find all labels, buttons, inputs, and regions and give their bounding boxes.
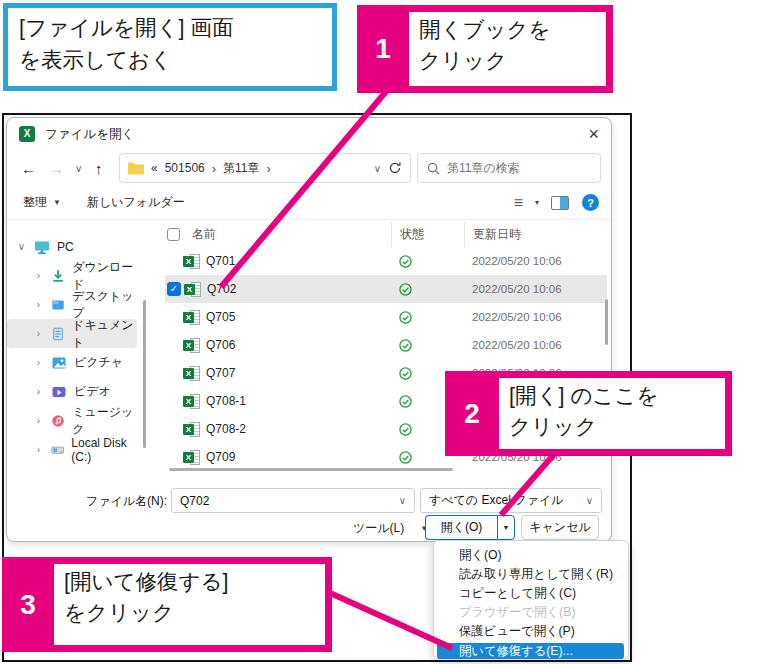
desktop-icon — [51, 297, 65, 313]
cancel-button[interactable]: キャンセル — [521, 515, 599, 540]
breadcrumb-folder-501506[interactable]: 501506 — [165, 161, 205, 175]
column-header-modified[interactable]: 更新日時 — [464, 222, 607, 247]
excel-file-icon: X — [183, 394, 200, 409]
videos-icon — [51, 384, 67, 400]
step2-callout: 2 [開く] のここを クリック — [445, 371, 732, 456]
intro-line-2: を表示しておく — [19, 44, 321, 76]
pc-icon — [34, 239, 50, 255]
chevron-right-icon[interactable]: › — [33, 357, 44, 368]
file-row-selected[interactable]: ✓ X Q702 2022/05/20 10:06 — [165, 275, 607, 303]
nav-history-chevron-icon[interactable]: ∨ — [75, 150, 82, 186]
step3-text: [開いて修復する] をクリック — [54, 564, 325, 645]
filename-label: ファイル名(N): — [7, 489, 167, 513]
open-split-button: 開く(O) ▼ — [425, 515, 515, 540]
breadcrumb-separator-icon: › — [267, 161, 271, 176]
menu-item-open-as-copy[interactable]: コピーとして開く(C) — [434, 584, 628, 603]
intro-callout: [ファイルを開く] 画面 を表示しておく — [3, 3, 337, 91]
chevron-right-icon[interactable]: › — [33, 444, 44, 455]
tools-button[interactable]: ツール(L) ▼ — [353, 516, 428, 540]
breadcrumb-overflow[interactable]: « — [151, 161, 158, 175]
refresh-icon[interactable] — [388, 161, 402, 175]
step3-number: 3 — [2, 557, 54, 652]
horizontal-scrollbar[interactable] — [169, 468, 453, 471]
filename-input[interactable] — [180, 494, 399, 508]
file-row[interactable]: X Q705 2022/05/20 10:06 — [165, 303, 607, 331]
chevron-right-icon[interactable]: › — [33, 328, 44, 339]
filetype-select[interactable]: すべての Excel ファイル ∨ — [420, 488, 602, 513]
step1-text: 開くブックを クリック — [409, 12, 606, 86]
command-toolbar: 整理 ▼ 新しいフォルダー ≡ ▾ ? — [7, 186, 611, 220]
breadcrumb[interactable]: « 501506 › 第11章 › ∨ — [119, 153, 411, 183]
preview-pane-icon[interactable] — [551, 186, 569, 219]
new-folder-button[interactable]: 新しいフォルダー — [87, 186, 185, 219]
search-input[interactable] — [447, 161, 577, 175]
dialog-title: ファイルを開く — [45, 126, 134, 143]
menu-item-open-readonly[interactable]: 読み取り専用として開く(R) — [434, 565, 628, 584]
step3-callout: 3 [開いて修復する] をクリック — [2, 557, 332, 652]
column-header-name[interactable]: 名前 — [165, 226, 391, 243]
up-icon[interactable]: ↑ — [95, 150, 103, 186]
menu-item-open[interactable]: 開く(O) — [434, 546, 628, 565]
excel-file-icon: X — [183, 338, 200, 353]
status-synced-icon — [399, 339, 412, 352]
close-icon[interactable]: × — [588, 125, 599, 143]
status-synced-icon — [399, 451, 412, 464]
sidebar-item-videos[interactable]: › ビデオ — [7, 377, 137, 406]
sidebar-scrollbar[interactable] — [143, 300, 146, 448]
open-dropdown-menu: 開く(O) 読み取り専用として開く(R) コピーとして開く(C) ブラウザーで開… — [433, 540, 629, 659]
chevron-right-icon[interactable]: › — [33, 386, 44, 397]
chevron-right-icon[interactable]: › — [33, 299, 44, 310]
excel-file-icon: X — [184, 282, 201, 297]
chevron-down-icon[interactable]: ∨ — [399, 495, 406, 506]
file-list-header: 名前 状態 更新日時 — [165, 222, 607, 247]
menu-item-open-and-repair[interactable]: 開いて修復する(E)... — [437, 643, 624, 659]
search-box[interactable] — [417, 153, 601, 183]
chevron-right-icon[interactable]: › — [33, 270, 44, 281]
column-header-status[interactable]: 状態 — [391, 222, 464, 247]
filename-combo[interactable]: ∨ — [171, 488, 415, 513]
pictures-icon — [51, 355, 67, 371]
breadcrumb-folder-chapter11[interactable]: 第11章 — [223, 160, 259, 177]
row-checkbox-checked[interactable]: ✓ — [167, 282, 181, 296]
chevron-down-icon[interactable]: ∨ — [16, 241, 27, 252]
chevron-right-icon[interactable]: › — [33, 415, 44, 426]
open-button[interactable]: 開く(O) — [425, 515, 497, 540]
navigation-row: ← → ∨ ↑ « 501506 › 第11章 › ∨ — [7, 150, 611, 186]
sidebar-item-downloads[interactable]: › ダウンロード — [7, 261, 137, 290]
downloads-icon — [51, 268, 65, 284]
forward-icon[interactable]: → — [49, 150, 64, 186]
back-icon[interactable]: ← — [21, 150, 36, 186]
file-row[interactable]: X Q706 2022/05/20 10:06 — [165, 331, 607, 359]
status-synced-icon — [399, 423, 412, 436]
view-dropdown-icon[interactable]: ▾ — [535, 186, 539, 219]
sidebar-item-desktop[interactable]: › デスクトップ — [7, 290, 137, 319]
sidebar-item-pictures[interactable]: › ピクチャ — [7, 348, 137, 377]
excel-file-icon: X — [183, 310, 200, 325]
vertical-scrollbar[interactable] — [605, 299, 608, 345]
file-row[interactable]: X Q701 2022/05/20 10:06 — [165, 247, 607, 275]
select-all-checkbox[interactable] — [167, 228, 180, 241]
open-dropdown-arrow[interactable]: ▼ — [497, 515, 515, 540]
navigation-pane: ∨ PC › ダウンロード › — [7, 232, 165, 464]
status-synced-icon — [399, 367, 412, 380]
sidebar-item-music[interactable]: › ミュージック — [7, 406, 137, 435]
intro-line-1: [ファイルを開く] 画面 — [19, 12, 321, 44]
sidebar-item-local-disk-c[interactable]: › Local Disk (C:) — [7, 435, 137, 464]
sidebar-item-pc[interactable]: ∨ PC — [7, 232, 137, 261]
view-menu-icon[interactable]: ≡ — [514, 186, 523, 219]
excel-file-icon: X — [183, 366, 200, 381]
organize-button[interactable]: 整理 ▼ — [23, 186, 61, 219]
excel-file-icon: X — [183, 450, 200, 465]
documents-icon — [51, 326, 65, 342]
address-dropdown-chevron-icon[interactable]: ∨ — [374, 163, 381, 174]
local-disk-icon — [51, 442, 64, 458]
sidebar-item-documents[interactable]: › ドキュメント — [7, 319, 137, 348]
status-synced-icon — [399, 283, 412, 296]
music-icon — [51, 413, 65, 429]
excel-app-icon: X — [19, 126, 35, 142]
menu-item-open-in-protected-view[interactable]: 保護ビューで開く(P) — [434, 622, 628, 641]
folder-icon — [128, 162, 144, 175]
help-button[interactable]: ? — [582, 186, 599, 219]
excel-file-icon: X — [183, 422, 200, 437]
status-synced-icon — [399, 395, 412, 408]
